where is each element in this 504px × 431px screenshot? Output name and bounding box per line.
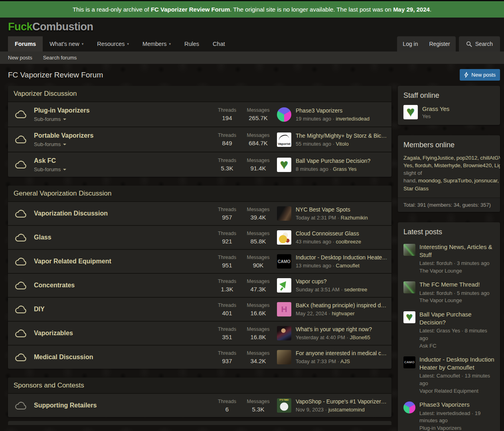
member-link[interactable]: jonsnucar,: [474, 178, 499, 184]
nav-tab[interactable]: Members ▾: [136, 36, 178, 51]
nav-tab[interactable]: Forums: [8, 36, 43, 51]
latest-time-link[interactable]: Today at 7:33 PM: [296, 358, 336, 364]
member-link[interactable]: SupraTurbo,: [443, 178, 473, 184]
forum-title-link[interactable]: Supporting Retailers: [34, 401, 208, 409]
avatar[interactable]: [403, 401, 415, 413]
avatar[interactable]: ♥: [403, 105, 418, 119]
avatar[interactable]: [403, 244, 415, 256]
member-link[interactable]: Lighthanded,: [494, 162, 500, 168]
subforums-toggle[interactable]: Sub-forums: [34, 141, 208, 147]
member-link[interactable]: pop2012,: [457, 155, 479, 161]
forum-title-link[interactable]: Plug-in Vaporizers: [34, 107, 208, 115]
search-button[interactable]: Search: [459, 36, 500, 51]
staff-username-link[interactable]: Grass Yes: [422, 105, 449, 112]
nav-tab[interactable]: Chat: [206, 36, 232, 51]
latest-thread-link[interactable]: Ball Vape Purchase Decision?: [419, 310, 494, 327]
subnav-link[interactable]: New posts: [8, 55, 32, 61]
member-link[interactable]: chillAtGVC,: [480, 155, 500, 161]
latest-user-link[interactable]: AJS: [340, 358, 350, 364]
avatar[interactable]: [277, 350, 291, 364]
forum-title-link[interactable]: Concentrates: [34, 281, 208, 289]
avatar[interactable]: [277, 278, 291, 293]
latest-user-link[interactable]: Camouflet: [336, 263, 360, 269]
member-link[interactable]: Misterhyde,: [434, 162, 462, 168]
latest-thread-link[interactable]: Cloud Connoisseur Glass: [296, 230, 387, 237]
latest-thread-link[interactable]: What's in your vape right now?: [296, 326, 387, 333]
latest-user-link[interactable]: highvaper: [332, 310, 354, 316]
latest-user-link[interactable]: Razhumikin: [341, 215, 368, 221]
register-link[interactable]: Register: [424, 36, 456, 51]
category-title[interactable]: Vaporizer Discussion: [14, 90, 77, 97]
avatar[interactable]: ♥: [403, 311, 415, 323]
avatar[interactable]: ♥: [277, 158, 291, 172]
nav-tab[interactable]: Rules: [178, 36, 206, 51]
forum-title-link[interactable]: Medical Discussion: [34, 353, 208, 361]
member-link[interactable]: Brownie420,: [463, 162, 493, 168]
latest-user-link[interactable]: justcametomind: [328, 407, 365, 413]
nav-tab[interactable]: Resources ▾: [90, 36, 136, 51]
avatar[interactable]: H: [277, 302, 291, 316]
category-title[interactable]: General Vaporization Discussion: [14, 190, 111, 197]
latest-thread-link[interactable]: The Mighty/Mighty+ by Storz & Bic…: [296, 132, 387, 139]
avatar[interactable]: [277, 230, 291, 245]
latest-time-link[interactable]: 55 minutes ago: [296, 141, 331, 147]
latest-time-link[interactable]: May 22, 2024: [296, 310, 327, 316]
member-link[interactable]: florduh,: [415, 162, 433, 168]
member-link[interactable]: FlyingJustice,: [423, 155, 455, 161]
nav-tab[interactable]: What's new ▾: [43, 36, 90, 51]
avatar[interactable]: [277, 107, 291, 122]
member-link[interactable]: moondog,: [418, 178, 442, 184]
latest-thread-link[interactable]: Vapor cups?: [296, 278, 387, 285]
subforums-toggle[interactable]: Sub-forums: [34, 116, 208, 122]
latest-time-link[interactable]: Yesterday at 4:40 PM: [296, 334, 345, 340]
avatar[interactable]: Vaporist: [277, 132, 291, 147]
latest-post-forum[interactable]: Ask FC: [419, 342, 494, 350]
latest-thread-link[interactable]: VapoShop - Europe's #1 Vaporizer…: [296, 398, 387, 405]
avatar[interactable]: IT'S TIME!: [277, 398, 291, 413]
latest-thread-link[interactable]: BaKx (heating principle) inspired d…: [296, 302, 387, 309]
latest-thread-link[interactable]: The FC Meme Thread!: [419, 281, 494, 289]
latest-user-link[interactable]: Vitolo: [336, 141, 349, 147]
log-in-link[interactable]: Log in: [397, 36, 423, 51]
site-logo[interactable]: FuckCombustion: [8, 21, 93, 33]
forum-title-link[interactable]: Vaporization Discussion: [34, 210, 208, 217]
latest-time-link[interactable]: 19 minutes ago: [296, 116, 331, 122]
latest-post-forum[interactable]: The Vapor Lounge: [419, 297, 494, 304]
latest-time-link[interactable]: 13 minutes ago: [296, 263, 331, 269]
avatar[interactable]: CAMO: [277, 254, 291, 269]
latest-thread-link[interactable]: Inductor - Desktop Induction Heater by C…: [419, 356, 494, 372]
latest-user-link[interactable]: invertedisdead: [336, 116, 370, 122]
avatar[interactable]: [277, 206, 291, 221]
forum-title-link[interactable]: Portable Vaporizers: [34, 132, 208, 140]
subforums-toggle[interactable]: Sub-forums: [34, 166, 208, 172]
forum-title-link[interactable]: Glass: [34, 233, 208, 241]
latest-thread-link[interactable]: Ball Vape Purchase Decision?: [296, 158, 387, 164]
latest-post-forum[interactable]: The Vapor Lounge: [419, 267, 494, 275]
latest-thread-link[interactable]: NYC Best Vape Spots: [296, 206, 387, 213]
latest-time-link[interactable]: 43 minutes ago: [296, 239, 331, 245]
latest-thread-link[interactable]: Phase3 Vaporizers: [296, 107, 387, 114]
latest-thread-link[interactable]: Inductor - Desktop Induction Heate…: [296, 254, 387, 261]
latest-time-link[interactable]: Today at 2:31 PM: [296, 215, 336, 221]
latest-post-forum[interactable]: Vapor Related Equipment: [419, 388, 494, 395]
avatar[interactable]: [277, 326, 291, 340]
forum-title-link[interactable]: Vapor Related Equipment: [34, 257, 208, 265]
forum-title-link[interactable]: Vaporizables: [34, 329, 208, 337]
latest-thread-link[interactable]: Interesting News, Articles & Stuff: [419, 243, 494, 259]
latest-user-link[interactable]: JBone65: [350, 334, 370, 340]
avatar[interactable]: CAMO: [403, 356, 415, 368]
forum-title-link[interactable]: Ask FC: [34, 157, 208, 165]
latest-user-link[interactable]: Grass Yes: [333, 166, 356, 172]
latest-post-forum[interactable]: Plug-in Vaporizers: [419, 425, 494, 431]
category-title[interactable]: Sponsors and Contests: [14, 382, 84, 389]
latest-thread-link[interactable]: Phase3 Vaporizers: [419, 401, 494, 409]
forum-title-link[interactable]: DIY: [34, 305, 208, 313]
latest-time-link[interactable]: Nov 9, 2023: [296, 407, 324, 413]
latest-user-link[interactable]: coolbreeze: [336, 239, 362, 245]
latest-thread-link[interactable]: For anyone interested in medical c…: [296, 350, 387, 357]
member-link[interactable]: Zagala,: [403, 155, 421, 161]
latest-time-link[interactable]: Sunday at 3:51 AM: [296, 287, 340, 293]
latest-user-link[interactable]: sedentree: [344, 287, 367, 293]
avatar[interactable]: [403, 281, 415, 293]
new-posts-button[interactable]: New posts: [460, 69, 500, 81]
